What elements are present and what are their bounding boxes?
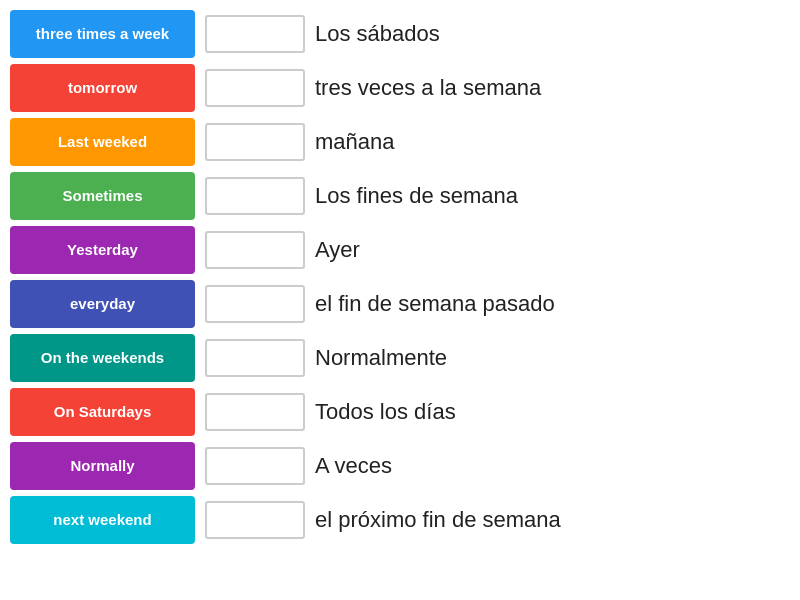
match-row-fin-pasado: el fin de semana pasado <box>205 280 790 328</box>
word-btn-three-times-a-week[interactable]: three times a week <box>10 10 195 58</box>
spanish-text-todos-dias: Todos los días <box>315 399 456 425</box>
match-row-ayer: Ayer <box>205 226 790 274</box>
word-btn-sometimes[interactable]: Sometimes <box>10 172 195 220</box>
answer-box-fin-pasado[interactable] <box>205 285 305 323</box>
spanish-text-los-sabados: Los sábados <box>315 21 440 47</box>
answer-box-todos-dias[interactable] <box>205 393 305 431</box>
spanish-text-los-fines: Los fines de semana <box>315 183 518 209</box>
word-btn-on-the-weekends[interactable]: On the weekends <box>10 334 195 382</box>
word-btn-next-weekend[interactable]: next weekend <box>10 496 195 544</box>
match-rows-column: Los sábadostres veces a la semanamañanaL… <box>195 10 790 590</box>
word-btn-last-weekend[interactable]: Last weeked <box>10 118 195 166</box>
answer-box-manana[interactable] <box>205 123 305 161</box>
spanish-text-normalmente: Normalmente <box>315 345 447 371</box>
word-btn-yesterday[interactable]: Yesterday <box>10 226 195 274</box>
match-row-los-sabados: Los sábados <box>205 10 790 58</box>
spanish-text-proximo: el próximo fin de semana <box>315 507 561 533</box>
spanish-text-tres-veces: tres veces a la semana <box>315 75 541 101</box>
match-row-manana: mañana <box>205 118 790 166</box>
answer-box-normalmente[interactable] <box>205 339 305 377</box>
answer-box-los-sabados[interactable] <box>205 15 305 53</box>
match-row-proximo: el próximo fin de semana <box>205 496 790 544</box>
spanish-text-ayer: Ayer <box>315 237 360 263</box>
word-btn-on-saturdays[interactable]: On Saturdays <box>10 388 195 436</box>
answer-box-a-veces[interactable] <box>205 447 305 485</box>
spanish-text-manana: mañana <box>315 129 395 155</box>
answer-box-los-fines[interactable] <box>205 177 305 215</box>
match-row-tres-veces: tres veces a la semana <box>205 64 790 112</box>
match-row-a-veces: A veces <box>205 442 790 490</box>
answer-box-tres-veces[interactable] <box>205 69 305 107</box>
spanish-text-fin-pasado: el fin de semana pasado <box>315 291 555 317</box>
word-btn-everyday[interactable]: everyday <box>10 280 195 328</box>
match-row-todos-dias: Todos los días <box>205 388 790 436</box>
answer-box-proximo[interactable] <box>205 501 305 539</box>
match-row-los-fines: Los fines de semana <box>205 172 790 220</box>
answer-box-ayer[interactable] <box>205 231 305 269</box>
word-btn-tomorrow[interactable]: tomorrow <box>10 64 195 112</box>
word-btn-normally[interactable]: Normally <box>10 442 195 490</box>
word-buttons-column: three times a weektomorrowLast weekedSom… <box>10 10 195 590</box>
match-row-normalmente: Normalmente <box>205 334 790 382</box>
spanish-text-a-veces: A veces <box>315 453 392 479</box>
